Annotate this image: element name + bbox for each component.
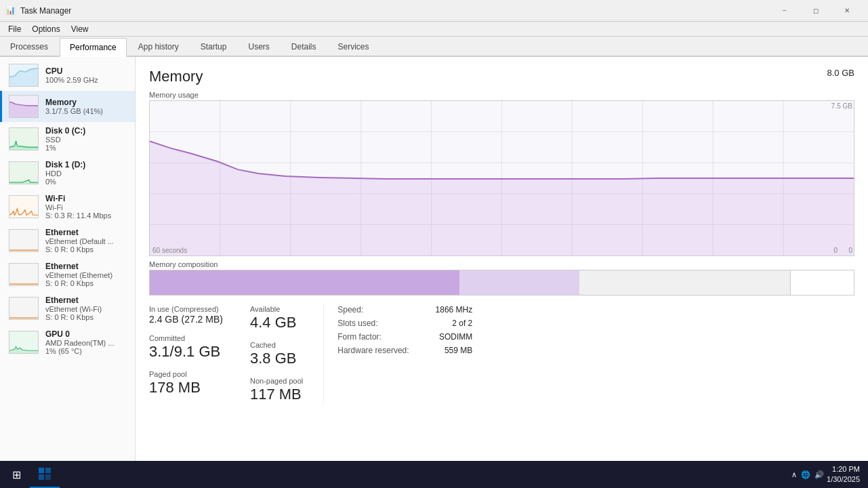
- stat-cached-value: 3.8 GB: [250, 350, 303, 367]
- stat-committed-value: 3.1/9.1 GB: [149, 343, 223, 361]
- stat-hw-row: Hardware reserved: 559 MB: [337, 346, 472, 355]
- disk1-thumbnail: [9, 161, 39, 184]
- stat-nonpaged: Non-paged pool 117 MB: [250, 377, 303, 403]
- content-title: Memory: [149, 68, 203, 85]
- main-content: CPU 100% 2.59 GHz Memory 3.1/7.5 GB (41%…: [0, 57, 868, 466]
- taskbar: ⊞ ∧ 🌐 🔊 1:20 PM 1/30/2025: [0, 461, 868, 488]
- disk0-label: Disk 0 (C:): [45, 126, 128, 136]
- window-controls: − ◻ ✕: [769, 0, 863, 22]
- tab-services[interactable]: Services: [328, 37, 379, 56]
- titlebar: 📊 Task Manager − ◻ ✕: [0, 0, 868, 22]
- window-title: Task Manager: [20, 6, 769, 16]
- stat-pagedpool: Paged pool 178 MB: [149, 370, 223, 396]
- wifi-info: Wi-Fi Wi-Fi S: 0.3 R: 11.4 Mbps: [45, 194, 128, 220]
- stat-speed-value: 1866 MHz: [436, 305, 473, 314]
- sidebar: CPU 100% 2.59 GHz Memory 3.1/7.5 GB (41%…: [0, 57, 136, 466]
- tab-users[interactable]: Users: [238, 37, 279, 56]
- stats-area: In use (Compressed) 2.4 GB (27.2 MB) Com…: [149, 305, 854, 403]
- stat-pagedpool-label: Paged pool: [149, 370, 223, 378]
- stat-form-row: Form factor: SODIMM: [337, 332, 472, 342]
- eth1-label: Ethernet: [45, 228, 128, 237]
- memory-label: Memory: [45, 98, 128, 107]
- network-icon[interactable]: 🌐: [801, 470, 810, 479]
- wifi-label: Wi-Fi: [45, 194, 128, 203]
- sidebar-item-eth3[interactable]: Ethernet vEthernet (Wi-Fi) S: 0 R: 0 Kbp…: [0, 291, 135, 325]
- tab-details[interactable]: Details: [281, 37, 327, 56]
- comp-standby: [579, 270, 791, 295]
- sidebar-item-eth1[interactable]: Ethernet vEthernet (Default ... S: 0 R: …: [0, 224, 135, 258]
- menu-options[interactable]: Options: [26, 23, 65, 35]
- taskmanager-icon: [38, 467, 51, 481]
- eth2-label: Ethernet: [45, 262, 128, 271]
- disk0-value: 1%: [45, 144, 128, 152]
- sidebar-item-wifi[interactable]: Wi-Fi Wi-Fi S: 0.3 R: 11.4 Mbps: [0, 190, 135, 224]
- comp-inuse: [150, 270, 459, 295]
- disk0-info: Disk 0 (C:) SSD 1%: [45, 126, 128, 152]
- right-stats: Speed: 1866 MHz Slots used: 2 of 2 Form …: [323, 305, 472, 403]
- volume-icon[interactable]: 🔊: [814, 470, 824, 479]
- disk0-type: SSD: [45, 136, 128, 144]
- memory-info: Memory 3.1/7.5 GB (41%): [45, 98, 128, 115]
- stat-col-mid: Available 4.4 GB Cached 3.8 GB Non-paged…: [250, 305, 303, 403]
- minimize-button[interactable]: −: [769, 0, 800, 22]
- sidebar-item-memory[interactable]: Memory 3.1/7.5 GB (41%): [0, 91, 135, 122]
- eth1-thumbnail: [9, 229, 39, 252]
- stat-committed-label: Committed: [149, 334, 223, 342]
- close-button[interactable]: ✕: [831, 0, 863, 22]
- memory-chart: 7.5 GB 0 60 seconds 0: [149, 100, 854, 256]
- sidebar-item-disk1[interactable]: Disk 1 (D:) HDD 0%: [0, 156, 135, 190]
- disk1-label: Disk 1 (D:): [45, 160, 128, 169]
- stat-committed: Committed 3.1/9.1 GB: [149, 334, 223, 361]
- stat-nonpaged-value: 117 MB: [250, 386, 303, 403]
- tab-startup[interactable]: Startup: [190, 37, 237, 56]
- tray-icon-up[interactable]: ∧: [791, 470, 797, 479]
- comp-free: [790, 270, 854, 295]
- stat-speed-label: Speed:: [337, 305, 363, 314]
- stat-nonpaged-label: Non-paged pool: [250, 377, 303, 385]
- menu-view[interactable]: View: [66, 23, 94, 35]
- taskmanager-taskbar-button[interactable]: [30, 461, 60, 488]
- system-clock[interactable]: 1:20 PM 1/30/2025: [827, 464, 860, 485]
- svg-marker-2: [9, 141, 38, 150]
- stat-slots-value: 2 of 2: [452, 319, 472, 328]
- svg-rect-20: [45, 468, 51, 473]
- stat-cached-label: Cached: [250, 341, 303, 349]
- svg-marker-1: [9, 102, 38, 117]
- stat-cached: Cached 3.8 GB: [250, 341, 303, 367]
- gpu0-thumbnail: [9, 331, 39, 354]
- chart-min-label: 0: [848, 247, 852, 254]
- wifi-speed: S: 0.3 R: 11.4 Mbps: [45, 211, 128, 220]
- eth2-speed: S: 0 R: 0 Kbps: [45, 279, 128, 287]
- eth3-thumbnail: [9, 297, 39, 320]
- eth1-name: vEthernet (Default ...: [45, 237, 128, 245]
- tab-apphistory[interactable]: App history: [128, 37, 189, 56]
- sidebar-item-cpu[interactable]: CPU 100% 2.59 GHz: [0, 60, 135, 91]
- tab-performance[interactable]: Performance: [60, 38, 127, 57]
- sidebar-item-gpu0[interactable]: GPU 0 AMD Radeon(TM) ... 1% (65 °C): [0, 325, 135, 359]
- chart-time-right: 0: [833, 247, 838, 254]
- stat-available-label: Available: [250, 305, 303, 313]
- start-button[interactable]: ⊞: [3, 461, 30, 488]
- eth2-info: Ethernet vEthernet (Ethernet) S: 0 R: 0 …: [45, 262, 128, 287]
- sidebar-item-disk0[interactable]: Disk 0 (C:) SSD 1%: [0, 122, 135, 156]
- stat-inuse-value: 2.4 GB (27.2 MB): [149, 314, 223, 325]
- tab-processes[interactable]: Processes: [0, 37, 58, 56]
- chart-label: Memory usage: [149, 91, 854, 99]
- restore-button[interactable]: ◻: [800, 0, 831, 22]
- svg-rect-22: [45, 474, 51, 480]
- cpu-info: CPU 100% 2.59 GHz: [45, 66, 128, 84]
- performance-content: Memory 8.0 GB Memory usage: [136, 57, 868, 466]
- sidebar-item-eth2[interactable]: Ethernet vEthernet (Ethernet) S: 0 R: 0 …: [0, 258, 135, 291]
- svg-marker-0: [9, 68, 38, 86]
- taskbar-right: ∧ 🌐 🔊 1:20 PM 1/30/2025: [791, 464, 865, 485]
- stat-form-value: SODIMM: [439, 332, 472, 342]
- eth3-speed: S: 0 R: 0 Kbps: [45, 313, 128, 321]
- tab-bar: Processes Performance App history Startu…: [0, 37, 868, 57]
- cpu-value: 100% 2.59 GHz: [45, 76, 128, 84]
- menu-file[interactable]: File: [3, 23, 26, 35]
- comp-label: Memory composition: [149, 260, 854, 268]
- stat-form-label: Form factor:: [337, 332, 381, 342]
- wifi-ssid: Wi-Fi: [45, 203, 128, 211]
- app-icon: 📊: [5, 5, 16, 16]
- gpu0-label: GPU 0: [45, 329, 128, 339]
